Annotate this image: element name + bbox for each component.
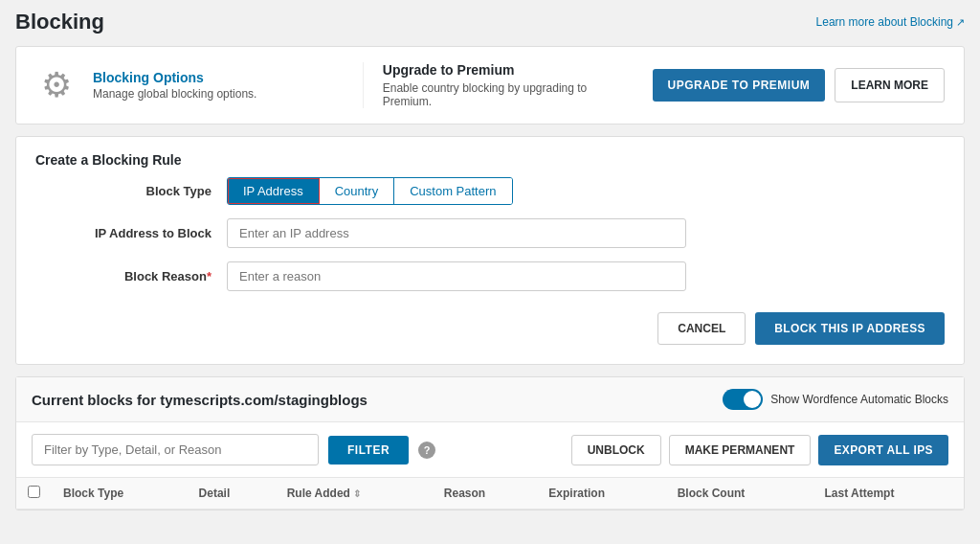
make-permanent-button[interactable]: MAKE PERMANENT xyxy=(669,435,812,465)
premium-buttons: UPGRADE TO PREMIUM LEARN MORE xyxy=(653,68,945,102)
select-all-checkbox[interactable] xyxy=(28,486,40,498)
col-rule-added[interactable]: Rule Added xyxy=(276,478,433,510)
premium-upgrade-title: Upgrade to Premium xyxy=(383,62,637,78)
export-all-ips-button[interactable]: EXPORT ALL IPS xyxy=(818,435,948,465)
create-rule-title: Create a Blocking Rule xyxy=(16,137,964,177)
block-reason-input[interactable] xyxy=(227,261,686,291)
block-type-row: Block Type IP Address Country Custom Pat… xyxy=(35,177,945,205)
select-all-header[interactable] xyxy=(16,478,52,510)
blocks-table: Block Type Detail Rule Added Reason Expi… xyxy=(16,477,964,510)
block-reason-row: Block Reason* xyxy=(35,261,945,291)
col-detail: Detail xyxy=(188,478,276,510)
gear-icon: ⚙ xyxy=(35,64,78,106)
rule-form: Block Type IP Address Country Custom Pat… xyxy=(16,177,964,364)
block-reason-label: Block Reason* xyxy=(35,269,227,283)
help-icon[interactable]: ? xyxy=(418,442,435,459)
premium-banner-card: ⚙ Blocking Options Manage global blockin… xyxy=(15,46,965,125)
filter-bar: FILTER ? UNBLOCK MAKE PERMANENT EXPORT A… xyxy=(16,422,964,477)
blocking-options-info: Blocking Options Manage global blocking … xyxy=(93,70,347,101)
unblock-button[interactable]: UNBLOCK xyxy=(571,435,661,465)
col-last-attempt: Last Attempt xyxy=(813,478,965,510)
block-ip-button[interactable]: BLOCK THIS IP ADDRESS xyxy=(755,312,945,345)
blocking-options-title: Blocking Options xyxy=(93,70,347,85)
ip-address-row: IP Address to Block xyxy=(35,218,945,248)
table-header-row: Block Type Detail Rule Added Reason Expi… xyxy=(16,478,964,510)
block-type-label: Block Type xyxy=(35,184,227,198)
ip-address-label: IP Address to Block xyxy=(35,226,227,240)
col-expiration: Expiration xyxy=(537,478,665,510)
filter-button[interactable]: FILTER xyxy=(328,436,409,465)
form-actions: CANCEL BLOCK THIS IP ADDRESS xyxy=(35,305,945,345)
page-title: Blocking xyxy=(15,10,104,34)
filter-actions: UNBLOCK MAKE PERMANENT EXPORT ALL IPS xyxy=(571,435,948,465)
tab-country[interactable]: Country xyxy=(320,178,395,204)
toggle-section: Show Wordfence Automatic Blocks xyxy=(723,389,948,410)
upgrade-to-premium-button[interactable]: UPGRADE TO PREMIUM xyxy=(653,69,826,102)
current-blocks-header: Current blocks for tymescripts.com/stagi… xyxy=(16,377,964,422)
ip-address-input[interactable] xyxy=(227,218,686,248)
col-reason: Reason xyxy=(433,478,537,510)
premium-upgrade-desc: Enable country blocking by upgrading to … xyxy=(383,81,637,108)
current-blocks-card: Current blocks for tymescripts.com/stagi… xyxy=(15,376,965,510)
col-block-count: Block Count xyxy=(666,478,813,510)
cancel-button[interactable]: CANCEL xyxy=(657,312,746,345)
tab-ip-address[interactable]: IP Address xyxy=(228,178,320,204)
current-blocks-title: Current blocks for tymescripts.com/stagi… xyxy=(32,392,368,408)
premium-upgrade-section: Upgrade to Premium Enable country blocki… xyxy=(363,62,637,108)
learn-more-button[interactable]: LEARN MORE xyxy=(835,68,945,102)
blocking-options-desc: Manage global blocking options. xyxy=(93,87,347,101)
col-block-type: Block Type xyxy=(52,478,188,510)
tab-custom-pattern[interactable]: Custom Pattern xyxy=(394,178,511,204)
learn-more-link[interactable]: Learn more about Blocking xyxy=(816,15,965,29)
filter-input[interactable] xyxy=(32,434,319,465)
block-type-tabs: IP Address Country Custom Pattern xyxy=(227,177,513,205)
wordfence-toggle[interactable] xyxy=(723,389,763,410)
create-blocking-rule-card: Create a Blocking Rule Block Type IP Add… xyxy=(15,136,965,365)
toggle-label: Show Wordfence Automatic Blocks xyxy=(770,393,948,406)
